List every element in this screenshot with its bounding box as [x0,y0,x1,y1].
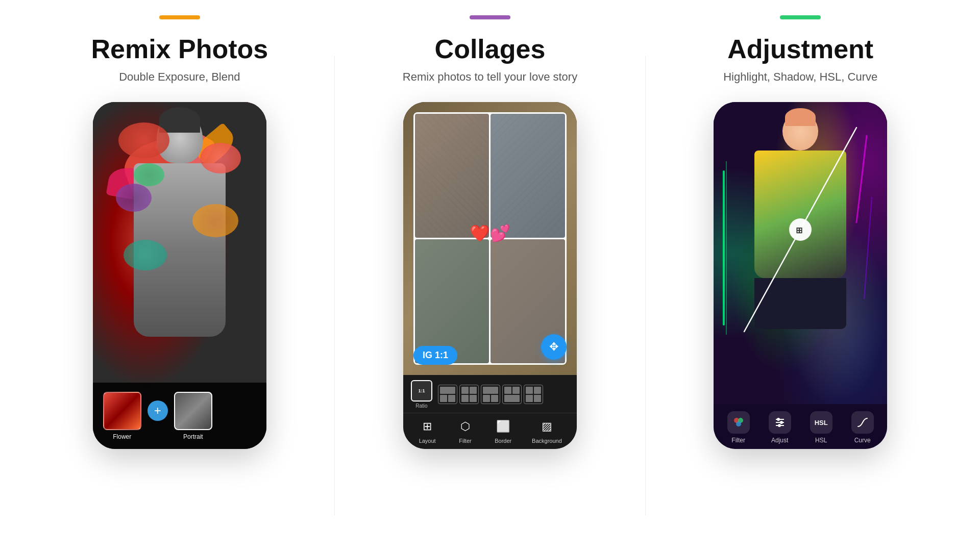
flower-petal-2 [200,143,241,173]
layout-icon-4[interactable] [502,385,522,404]
np-legs [754,278,846,329]
remix-accent-bar [159,15,200,19]
filter-adj-tool[interactable]: Filter [727,411,750,444]
flower-thumb-wrapper [103,392,141,430]
collages-title: Collages [435,34,546,64]
ratio-item-11[interactable]: 1:1 Ratio [409,380,434,409]
layout-icon-btn: ⊞ [418,417,436,436]
ratio-label: Ratio [415,403,427,409]
ratio-box-11[interactable]: 1:1 [411,380,432,402]
adjustment-image-area: ⊞ [714,102,887,404]
curve-adj-tool[interactable]: Curve [851,411,874,444]
plus-button[interactable]: + [148,400,168,421]
layout-label: Layout [419,438,436,444]
collages-accent-bar [470,15,510,19]
svg-point-11 [777,418,780,421]
remix-panel: Remix Photos Double Exposure, Blend [37,15,323,449]
collages-subtitle: Remix photos to tell your love story [403,70,577,84]
collage-content: ❤️💕 IG 1:1 ✥ 1:1 Ratio [403,102,577,449]
background-tool[interactable]: ▨ Background [532,417,562,444]
flower-petal-6 [124,240,167,270]
layout-icon-1[interactable] [438,385,457,404]
remix-title: Remix Photos [91,34,268,64]
collage-grid: ❤️💕 [413,112,567,365]
flower-thumbnail[interactable] [103,392,141,430]
hsl-adj-label: HSL [815,437,827,444]
flower-petal-1 [118,122,169,158]
background-label: Background [532,438,562,444]
divider-1 [334,56,335,515]
flower-petal-4 [192,204,238,237]
np-head [782,112,818,151]
svg-point-15 [778,424,781,427]
collage-cell-3[interactable] [415,239,489,363]
collage-cell-2[interactable] [491,114,565,238]
adjustment-panel: Adjustment Highlight, Shadow, HSL, Curve [657,15,943,449]
filter-adj-label: Filter [731,437,745,444]
collage-image-area: ❤️💕 IG 1:1 ✥ [403,102,577,375]
collage-main-tools: ⊞ Layout ⬡ Filter ⬜ Border ▨ [403,413,577,446]
hsl-adj-icon: HSL [810,411,832,434]
background-icon: ▨ [537,417,556,436]
ratio-row: 1:1 Ratio [403,380,577,409]
border-tool[interactable]: ⬜ Border [494,417,512,444]
flower-thumb-label: Flower [113,433,131,440]
adjustment-content: ⊞ [714,102,887,449]
collage-cell-1[interactable] [415,114,489,238]
portrait-thumbnail[interactable] [174,392,212,430]
ig-badge[interactable]: IG 1:1 [413,346,457,365]
person-grayscale [113,112,246,357]
np-body [754,151,846,278]
curve-adj-icon [851,411,874,434]
portrait-thumb-label: Portrait [183,433,203,440]
adjustment-toolbar: Filter [714,404,887,449]
filter-icon: ⬡ [456,417,474,436]
border-icon: ⬜ [494,417,512,436]
heart-emoji: ❤️💕 [470,223,510,242]
filter-adj-icon [727,411,750,434]
remix-phone: Flower + Portrait [93,102,266,449]
filter-tool[interactable]: ⬡ Filter [456,417,474,444]
adjust-adj-icon [769,411,791,434]
drag-move-button[interactable]: ✥ [541,334,567,360]
filter-label: Filter [459,438,471,444]
main-container: Remix Photos Double Exposure, Blend [0,0,980,551]
adjustment-accent-bar [780,15,821,19]
layout-icon-3[interactable] [481,385,500,404]
adjustment-title: Adjustment [727,34,873,64]
curve-adj-label: Curve [854,437,871,444]
flower-thumb-item[interactable]: Flower [103,392,141,440]
divider-2 [645,56,646,515]
layout-icons [438,385,543,404]
portrait-thumb-item[interactable]: Portrait [174,392,212,440]
flower-petal-3 [116,184,152,212]
collage-toolbar: 1:1 Ratio [403,375,577,449]
layout-tool[interactable]: ⊞ Layout [418,417,436,444]
layout-icon-2[interactable] [459,385,479,404]
svg-point-13 [780,421,783,424]
border-label: Border [495,438,511,444]
np-hair [785,108,816,126]
flowers-overlay [113,112,246,357]
thumbnail-bar: Flower + Portrait [93,383,266,449]
portrait-thumb-wrapper [174,392,212,430]
collages-phone: ❤️💕 IG 1:1 ✥ 1:1 Ratio [403,102,577,449]
hsl-adj-tool[interactable]: HSL HSL [810,411,832,444]
flower-petal-5 [134,163,164,186]
adjust-adj-tool[interactable]: Adjust [769,411,791,444]
person-area [93,102,266,367]
adj-tools-row: Filter [718,411,883,444]
adjust-adj-label: Adjust [771,437,788,444]
adjustment-subtitle: Highlight, Shadow, HSL, Curve [723,70,877,84]
adjustment-phone: ⊞ [714,102,887,449]
remix-image-area: Flower + Portrait [93,102,266,449]
svg-point-9 [736,421,741,427]
remix-subtitle: Double Exposure, Blend [119,70,240,84]
neon-person [729,112,872,404]
collages-panel: Collages Remix photos to tell your love … [347,15,633,449]
layout-icon-5[interactable] [524,385,543,404]
